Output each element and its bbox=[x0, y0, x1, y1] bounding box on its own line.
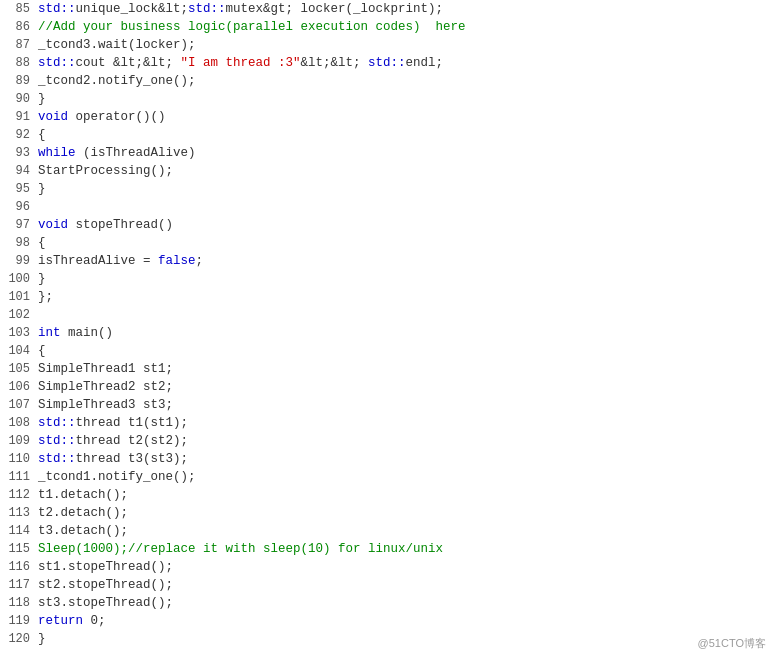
code-line: 109std::thread t2(st2); bbox=[0, 432, 774, 450]
line-number: 97 bbox=[0, 216, 38, 234]
code-line: 116st1.stopeThread(); bbox=[0, 558, 774, 576]
code-line: 106SimpleThread2 st2; bbox=[0, 378, 774, 396]
code-line: 101}; bbox=[0, 288, 774, 306]
line-text: } bbox=[38, 90, 774, 108]
line-number: 108 bbox=[0, 414, 38, 432]
line-text: int main() bbox=[38, 324, 774, 342]
line-text: st3.stopeThread(); bbox=[38, 594, 774, 612]
line-number: 103 bbox=[0, 324, 38, 342]
line-text: std::thread t2(st2); bbox=[38, 432, 774, 450]
line-number: 92 bbox=[0, 126, 38, 144]
code-line: 105SimpleThread1 st1; bbox=[0, 360, 774, 378]
line-number: 89 bbox=[0, 72, 38, 90]
code-line: 93while (isThreadAlive) bbox=[0, 144, 774, 162]
code-line: 111_tcond1.notify_one(); bbox=[0, 468, 774, 486]
code-line: 107SimpleThread3 st3; bbox=[0, 396, 774, 414]
code-line: 95} bbox=[0, 180, 774, 198]
line-number: 85 bbox=[0, 0, 38, 18]
line-number: 99 bbox=[0, 252, 38, 270]
line-text: st1.stopeThread(); bbox=[38, 558, 774, 576]
line-number: 109 bbox=[0, 432, 38, 450]
line-text: Sleep(1000);//replace it with sleep(10) … bbox=[38, 540, 774, 558]
line-text: std::thread t1(st1); bbox=[38, 414, 774, 432]
line-text: //Add your business logic(parallel execu… bbox=[38, 18, 774, 36]
code-line: 96 bbox=[0, 198, 774, 216]
line-text: _tcond3.wait(locker); bbox=[38, 36, 774, 54]
line-number: 100 bbox=[0, 270, 38, 288]
code-line: 92{ bbox=[0, 126, 774, 144]
code-line: 88std::cout &lt;&lt; "I am thread :3"&lt… bbox=[0, 54, 774, 72]
line-text: std::cout &lt;&lt; "I am thread :3"&lt;&… bbox=[38, 54, 774, 72]
line-text: { bbox=[38, 342, 774, 360]
line-text: isThreadAlive = false; bbox=[38, 252, 774, 270]
code-line: 112t1.detach(); bbox=[0, 486, 774, 504]
line-text: t1.detach(); bbox=[38, 486, 774, 504]
line-number: 104 bbox=[0, 342, 38, 360]
line-number: 111 bbox=[0, 468, 38, 486]
line-text: while (isThreadAlive) bbox=[38, 144, 774, 162]
line-text: std::unique_lock&lt;std::mutex&gt; locke… bbox=[38, 0, 774, 18]
line-text: void operator()() bbox=[38, 108, 774, 126]
code-line: 90} bbox=[0, 90, 774, 108]
line-text: _tcond1.notify_one(); bbox=[38, 468, 774, 486]
line-number: 110 bbox=[0, 450, 38, 468]
line-text: return 0; bbox=[38, 612, 774, 630]
line-number: 117 bbox=[0, 576, 38, 594]
line-text: t3.detach(); bbox=[38, 522, 774, 540]
code-line: 85std::unique_lock&lt;std::mutex&gt; loc… bbox=[0, 0, 774, 18]
code-line: 110std::thread t3(st3); bbox=[0, 450, 774, 468]
code-line: 98{ bbox=[0, 234, 774, 252]
code-line: 87_tcond3.wait(locker); bbox=[0, 36, 774, 54]
line-text: StartProcessing(); bbox=[38, 162, 774, 180]
line-number: 90 bbox=[0, 90, 38, 108]
line-text: }; bbox=[38, 288, 774, 306]
line-number: 119 bbox=[0, 612, 38, 630]
code-content: 85std::unique_lock&lt;std::mutex&gt; loc… bbox=[0, 0, 774, 648]
line-text: } bbox=[38, 180, 774, 198]
code-line: 99isThreadAlive = false; bbox=[0, 252, 774, 270]
code-line: 102 bbox=[0, 306, 774, 324]
line-number: 112 bbox=[0, 486, 38, 504]
line-text: SimpleThread3 st3; bbox=[38, 396, 774, 414]
line-text: { bbox=[38, 234, 774, 252]
line-text: std::thread t3(st3); bbox=[38, 450, 774, 468]
code-line: 86//Add your business logic(parallel exe… bbox=[0, 18, 774, 36]
code-line: 108std::thread t1(st1); bbox=[0, 414, 774, 432]
line-number: 87 bbox=[0, 36, 38, 54]
code-line: 103int main() bbox=[0, 324, 774, 342]
code-editor: 85std::unique_lock&lt;std::mutex&gt; loc… bbox=[0, 0, 774, 659]
line-number: 105 bbox=[0, 360, 38, 378]
line-number: 86 bbox=[0, 18, 38, 36]
line-number: 118 bbox=[0, 594, 38, 612]
line-number: 98 bbox=[0, 234, 38, 252]
code-line: 94StartProcessing(); bbox=[0, 162, 774, 180]
line-number: 88 bbox=[0, 54, 38, 72]
code-line: 89_tcond2.notify_one(); bbox=[0, 72, 774, 90]
code-line: 91void operator()() bbox=[0, 108, 774, 126]
line-text: _tcond2.notify_one(); bbox=[38, 72, 774, 90]
line-text: { bbox=[38, 126, 774, 144]
code-line: 97void stopeThread() bbox=[0, 216, 774, 234]
line-text: } bbox=[38, 270, 774, 288]
line-text: void stopeThread() bbox=[38, 216, 774, 234]
line-number: 114 bbox=[0, 522, 38, 540]
code-line: 115Sleep(1000);//replace it with sleep(1… bbox=[0, 540, 774, 558]
line-number: 116 bbox=[0, 558, 38, 576]
code-line: 118st3.stopeThread(); bbox=[0, 594, 774, 612]
line-number: 101 bbox=[0, 288, 38, 306]
code-line: 100} bbox=[0, 270, 774, 288]
line-text: SimpleThread1 st1; bbox=[38, 360, 774, 378]
code-line: 119return 0; bbox=[0, 612, 774, 630]
line-number: 115 bbox=[0, 540, 38, 558]
line-number: 113 bbox=[0, 504, 38, 522]
code-line: 114t3.detach(); bbox=[0, 522, 774, 540]
line-text: } bbox=[38, 630, 774, 648]
line-number: 107 bbox=[0, 396, 38, 414]
code-line: 104{ bbox=[0, 342, 774, 360]
line-number: 96 bbox=[0, 198, 38, 216]
line-number: 93 bbox=[0, 144, 38, 162]
watermark: @51CTO博客 bbox=[698, 636, 766, 651]
line-number: 95 bbox=[0, 180, 38, 198]
line-number: 91 bbox=[0, 108, 38, 126]
line-number: 94 bbox=[0, 162, 38, 180]
